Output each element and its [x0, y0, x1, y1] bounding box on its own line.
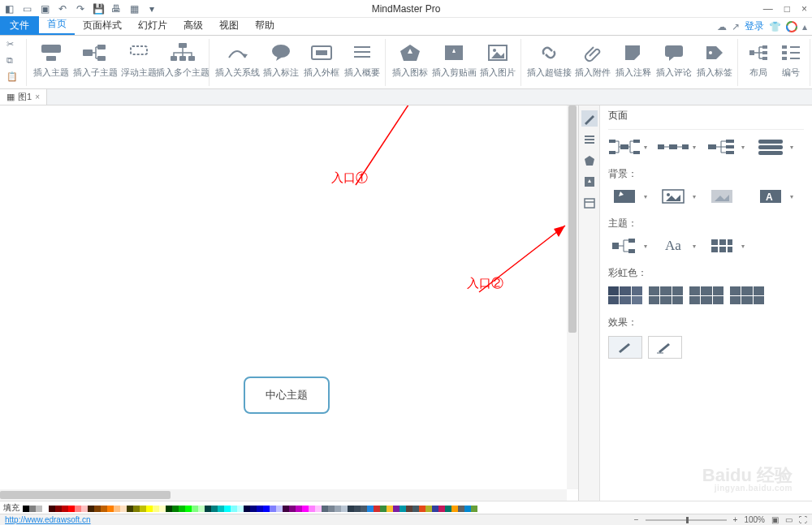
floating-topic-button[interactable]: 浮动主题 [119, 39, 158, 79]
effect-hand-drawn-button[interactable] [608, 336, 642, 359]
paste-icon[interactable]: 📋 [6, 71, 23, 84]
open-icon[interactable]: ▣ [39, 3, 50, 15]
palette-swatch[interactable] [101, 506, 107, 512]
palette-swatch[interactable] [133, 506, 140, 512]
insert-boundary-button[interactable]: 插入外框 [302, 39, 341, 79]
palette-swatch[interactable] [49, 506, 55, 512]
palette-swatch[interactable] [120, 506, 127, 512]
palette-swatch[interactable] [315, 506, 322, 512]
insert-hyperlink-button[interactable]: 插入超链接 [526, 39, 572, 79]
palette-swatch[interactable] [341, 506, 348, 512]
insert-topic-button[interactable]: 插入主题 [32, 39, 71, 79]
palette-swatch[interactable] [354, 506, 361, 512]
palette-swatch[interactable] [387, 506, 393, 512]
insert-callout-button[interactable]: 插入标注 [261, 39, 300, 79]
zoom-slider[interactable] [646, 519, 727, 521]
insert-icon-button[interactable]: 插入图标 [391, 39, 430, 79]
tab-close-icon[interactable]: × [35, 93, 40, 101]
minimize-button[interactable]: — [763, 3, 773, 15]
palette-swatch[interactable] [172, 506, 179, 512]
palette-swatch[interactable] [75, 506, 81, 512]
qat-dropdown-icon[interactable]: ▾ [146, 3, 158, 15]
palette-swatch[interactable] [107, 506, 114, 512]
layout-template-4[interactable]: ▾ [754, 138, 787, 156]
palette-swatch[interactable] [146, 506, 153, 512]
palette-swatch[interactable] [464, 506, 471, 512]
palette-swatch[interactable] [224, 506, 231, 512]
palette-swatch[interactable] [302, 506, 309, 512]
palette-swatch[interactable] [231, 506, 237, 512]
menu-tab-advanced[interactable]: 高级 [175, 16, 211, 35]
zoom-out-button[interactable]: − [634, 515, 639, 524]
palette-swatch[interactable] [393, 506, 400, 512]
theme-color-button[interactable]: ▾ [706, 237, 738, 255]
collapse-ribbon-icon[interactable]: ▴ [802, 21, 807, 32]
menu-tab-home[interactable]: 首页 [39, 15, 75, 35]
palette-swatch[interactable] [185, 506, 192, 512]
palette-swatch[interactable] [322, 506, 328, 512]
palette-swatch[interactable] [425, 506, 432, 512]
fullscreen-icon[interactable]: ⛶ [799, 515, 807, 524]
maximize-button[interactable]: □ [784, 3, 790, 15]
bg-fill-button[interactable]: ▾ [608, 187, 641, 205]
palette-swatch[interactable] [406, 506, 412, 512]
vertical-scrollbar[interactable] [567, 105, 578, 489]
palette-swatch[interactable] [62, 506, 68, 512]
menu-tab-page-style[interactable]: 页面样式 [75, 16, 130, 35]
palette-swatch[interactable] [36, 506, 42, 512]
insert-relation-button[interactable]: 插入关系线 [214, 39, 260, 79]
palette-swatch[interactable] [400, 506, 406, 512]
bg-image-button[interactable]: ▾ [657, 187, 689, 205]
palette-swatch[interactable] [198, 506, 205, 512]
palette-swatch[interactable] [445, 506, 451, 512]
palette-swatch[interactable] [94, 506, 101, 512]
palette-swatch[interactable] [419, 506, 425, 512]
bg-watermark-button[interactable]: A▾ [754, 187, 787, 205]
menu-file[interactable]: 文件 [0, 16, 39, 35]
palette-swatch[interactable] [412, 506, 419, 512]
print-icon[interactable]: 🖶 [110, 3, 122, 15]
effect-sketch-button[interactable] [648, 336, 682, 359]
palette-swatch[interactable] [159, 506, 166, 512]
strip-clipart-icon[interactable] [581, 174, 598, 190]
layout-template-2[interactable]: ▾ [657, 138, 689, 156]
fit-width-icon[interactable]: ▭ [785, 515, 793, 524]
export-icon[interactable]: ▦ [128, 3, 140, 15]
insert-summary-button[interactable]: 插入概要 [343, 39, 382, 79]
rainbow-swatch-4[interactable] [730, 286, 764, 304]
multi-topic-button[interactable]: 插入多个主题 [160, 39, 205, 79]
color-wheel-icon[interactable] [786, 21, 797, 32]
save-icon[interactable]: 💾 [93, 3, 104, 15]
palette-swatch[interactable] [205, 506, 211, 512]
palette-swatch[interactable] [192, 506, 198, 512]
layout-button[interactable]: 布局 [743, 39, 774, 79]
palette-swatch[interactable] [374, 506, 380, 512]
share-icon[interactable]: ↗ [732, 21, 740, 32]
palette-swatch[interactable] [88, 506, 94, 512]
cloud-icon[interactable]: ☁ [717, 21, 727, 32]
insert-tag-button[interactable]: 插入标签 [695, 39, 734, 79]
palette-swatch[interactable] [114, 506, 120, 512]
undo-icon[interactable]: ↶ [57, 3, 68, 15]
palette-swatch[interactable] [296, 506, 302, 512]
palette-swatch[interactable] [283, 506, 289, 512]
palette-swatch[interactable] [380, 506, 387, 512]
palette-swatch[interactable] [29, 506, 36, 512]
palette-swatch[interactable] [237, 506, 244, 512]
numbering-button[interactable]: 编号 [775, 39, 806, 79]
close-button[interactable]: × [801, 3, 807, 15]
canvas[interactable]: 中心主题 入口① 入口② [0, 105, 578, 501]
cut-icon[interactable]: ✂ [6, 39, 23, 52]
center-topic[interactable]: 中心主题 [244, 377, 330, 414]
palette-swatch[interactable] [166, 506, 172, 512]
strip-task-icon[interactable] [581, 195, 598, 211]
fit-page-icon[interactable]: ▣ [771, 515, 779, 524]
strip-icon-library-icon[interactable] [581, 153, 598, 169]
copy-icon[interactable]: ⧉ [6, 55, 23, 68]
palette-swatch[interactable] [458, 506, 464, 512]
palette-swatch[interactable] [263, 506, 270, 512]
palette-swatch[interactable] [432, 506, 438, 512]
palette-swatch[interactable] [257, 506, 263, 512]
palette-swatch[interactable] [289, 506, 296, 512]
insert-attachment-button[interactable]: 插入附件 [573, 39, 612, 79]
